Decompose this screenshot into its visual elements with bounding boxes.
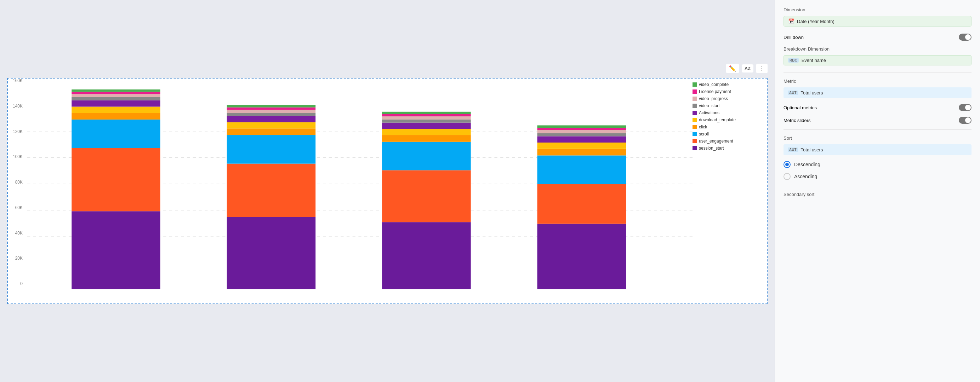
breakdown-value: Event name	[802, 58, 826, 63]
svg-rect-16	[72, 94, 161, 97]
svg-rect-45	[538, 133, 626, 136]
svg-rect-48	[538, 125, 626, 128]
svg-rect-10	[72, 148, 161, 211]
breakdown-badge: RBC	[788, 58, 799, 63]
svg-rect-35	[382, 120, 471, 123]
edit-button[interactable]: ✏️	[726, 64, 739, 73]
svg-rect-36	[382, 116, 471, 120]
dimension-value: Date (Year Month)	[797, 19, 835, 24]
breakdown-section-label: Breakdown Dimension	[783, 46, 972, 52]
svg-rect-9	[72, 211, 161, 289]
svg-rect-11	[72, 120, 161, 148]
svg-rect-18	[72, 89, 161, 92]
svg-rect-14	[72, 100, 161, 107]
legend-item-video-start: video_start	[692, 103, 763, 108]
sort-chip[interactable]: AUT Total users	[783, 144, 972, 155]
svg-rect-28	[227, 105, 316, 108]
chart-toolbar: ✏️ AZ ⋮	[726, 64, 768, 73]
divider-2	[783, 130, 972, 130]
svg-rect-22	[227, 128, 316, 135]
descending-label: Descending	[794, 162, 820, 167]
ascending-radio[interactable]: Ascending	[783, 173, 972, 180]
sort-badge: AUT	[788, 147, 798, 152]
y-label-160k: 160K	[13, 79, 23, 83]
svg-rect-19	[227, 217, 316, 289]
dimension-section-label: Dimension	[783, 7, 972, 13]
svg-rect-32	[382, 135, 471, 142]
metric-sliders-label: Metric sliders	[783, 118, 811, 123]
metric-value: Total users	[801, 90, 823, 95]
legend-item-download-template: download_template	[692, 117, 763, 122]
svg-rect-30	[382, 170, 471, 222]
metric-badge: AUT	[788, 90, 798, 95]
svg-rect-43	[538, 143, 626, 149]
optional-metrics-label: Optional metrics	[783, 105, 817, 110]
y-label-60k: 60K	[15, 206, 23, 210]
y-label-140k: 140K	[13, 104, 23, 108]
chart-svg: Jan 2024 Feb 2024 Mar 2024 Apr 2024	[27, 79, 692, 289]
y-label-80k: 80K	[15, 180, 23, 184]
optional-metrics-row: Optional metrics	[783, 104, 972, 111]
chart-area: ✏️ AZ ⋮ 0 20K 40K 60K 80K 100K 120K 140K…	[0, 0, 775, 382]
svg-rect-29	[382, 222, 471, 289]
chart-legend: video_complete License payment video_pro…	[692, 82, 763, 151]
descending-radio[interactable]: Descending	[783, 161, 972, 168]
y-label-20k: 20K	[15, 256, 23, 260]
sort-section-label: Sort	[783, 135, 972, 141]
legend-item-activations: Activations	[692, 110, 763, 115]
ascending-label: Ascending	[794, 174, 817, 179]
svg-rect-38	[382, 112, 471, 114]
optional-metrics-toggle[interactable]	[959, 104, 972, 111]
svg-rect-25	[227, 113, 316, 116]
ascending-radio-circle	[783, 173, 791, 180]
svg-rect-13	[72, 106, 161, 113]
y-label-120k: 120K	[13, 130, 23, 134]
y-label-40k: 40K	[15, 231, 23, 235]
legend-item-click: click	[692, 125, 763, 130]
svg-rect-31	[382, 142, 471, 171]
chart-container: 0 20K 40K 60K 80K 100K 120K 140K 160K	[7, 78, 768, 304]
svg-rect-46	[538, 130, 626, 133]
svg-rect-23	[227, 122, 316, 129]
metric-sliders-row: Metric sliders	[783, 117, 972, 124]
descending-radio-circle	[783, 161, 791, 168]
y-axis: 0 20K 40K 60K 80K 100K 120K 140K 160K	[8, 79, 25, 286]
metric-section-label: Metric	[783, 79, 972, 84]
legend-item-video-progress: video_progress	[692, 96, 763, 101]
drill-down-toggle[interactable]	[959, 33, 972, 41]
drill-down-label: Drill down	[783, 35, 804, 40]
legend-item-video-complete: video_complete	[692, 82, 763, 87]
svg-rect-26	[227, 109, 316, 113]
svg-rect-12	[72, 113, 161, 120]
svg-rect-33	[382, 129, 471, 135]
svg-rect-42	[538, 149, 626, 155]
svg-rect-40	[538, 184, 626, 224]
breakdown-chip[interactable]: RBC Event name	[783, 55, 972, 65]
calendar-icon: 📅	[788, 18, 794, 24]
metric-sliders-toggle[interactable]	[959, 117, 972, 124]
y-label-0: 0	[20, 282, 23, 286]
drill-down-row: Drill down	[783, 33, 972, 41]
divider-1	[783, 73, 972, 73]
sort-button[interactable]: AZ	[742, 64, 753, 73]
svg-rect-17	[72, 92, 161, 94]
svg-rect-39	[538, 224, 626, 289]
secondary-sort-label: Secondary sort	[783, 192, 972, 197]
svg-rect-24	[227, 116, 316, 122]
sort-value: Total users	[801, 147, 823, 152]
svg-rect-34	[382, 123, 471, 129]
svg-rect-47	[538, 128, 626, 130]
svg-rect-37	[382, 114, 471, 116]
legend-item-session-start: session_start	[692, 146, 763, 151]
svg-rect-44	[538, 136, 626, 143]
legend-item-scroll: scroll	[692, 132, 763, 136]
right-panel: Dimension 📅 Date (Year Month) Drill down…	[775, 0, 980, 382]
svg-rect-15	[72, 97, 161, 100]
dimension-chip[interactable]: 📅 Date (Year Month)	[783, 16, 972, 27]
svg-rect-41	[538, 155, 626, 184]
sort-radio-group: Descending Ascending	[783, 161, 972, 180]
more-button[interactable]: ⋮	[756, 64, 768, 73]
y-label-100k: 100K	[13, 155, 23, 159]
svg-rect-21	[227, 135, 316, 164]
metric-chip[interactable]: AUT Total users	[783, 87, 972, 98]
